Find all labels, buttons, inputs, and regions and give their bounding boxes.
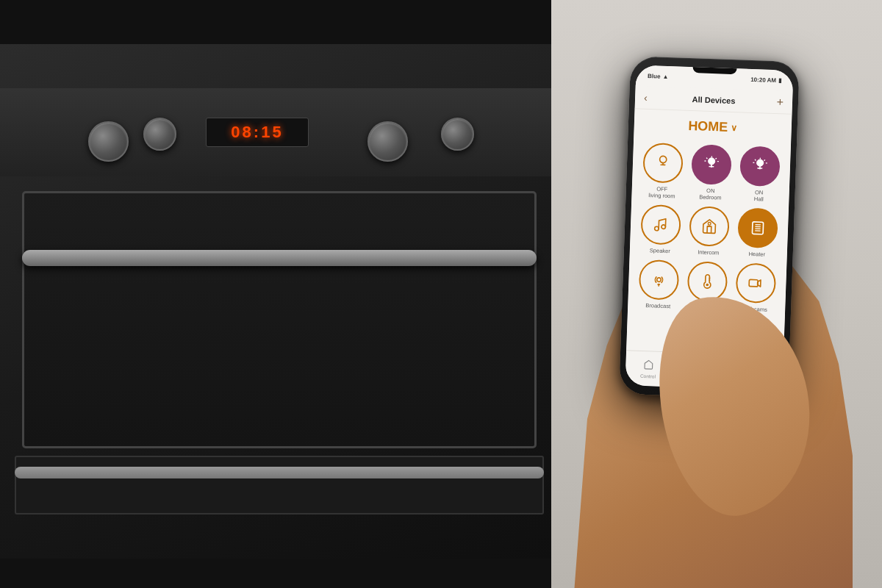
svg-point-11 [657, 278, 662, 282]
light-on-bedroom-icon [703, 154, 720, 175]
control-nav-icon [643, 359, 654, 371]
battery-icon: ▮ [778, 77, 781, 84]
device-icon-heater [737, 207, 778, 248]
svg-point-3 [655, 226, 659, 231]
home-section-title[interactable]: HOME ∨ [639, 117, 786, 137]
add-button[interactable]: + [776, 96, 784, 109]
home-label: HOME [688, 118, 728, 135]
back-button[interactable]: ‹ [644, 91, 648, 103]
app-header-title: All Devices [692, 95, 736, 105]
light-off-icon [655, 153, 672, 173]
light-on-hall-icon [751, 156, 768, 176]
oven-display: 08:15 [206, 118, 309, 147]
svg-point-2 [756, 159, 763, 165]
home-chevron-icon: ∨ [731, 122, 737, 132]
device-item-broadcast[interactable]: Broadcast [637, 259, 681, 317]
svg-rect-16 [749, 279, 758, 287]
device-icon-hall [739, 146, 781, 187]
device-icon-speaker [640, 204, 681, 245]
time-display: 10:20 AM [750, 76, 776, 83]
device-label-bedroom: ONBedroom [699, 187, 722, 201]
device-label-living-room: OFFliving room [648, 185, 675, 199]
device-icon-thermostat [687, 261, 728, 302]
device-item-heater[interactable]: Heater [736, 207, 780, 258]
svg-point-5 [708, 222, 711, 225]
device-label-broadcast: Broadcast [645, 302, 670, 309]
oven-knob-4 [441, 118, 474, 151]
oven-drawer-handle [15, 467, 544, 478]
svg-point-0 [659, 156, 666, 162]
device-label-speaker: Speaker [650, 247, 670, 254]
device-item-speaker[interactable]: Speaker [639, 204, 683, 255]
device-label-hall: ONHall [754, 189, 764, 202]
svg-point-13 [706, 284, 709, 287]
device-icon-broadcast [639, 259, 680, 301]
status-bar-right: 10:20 AM ▮ [750, 76, 781, 83]
device-item-intercom[interactable]: Intercom [687, 206, 731, 257]
device-grid: OFFliving room [634, 143, 785, 320]
oven-door-handle [22, 250, 537, 266]
device-label-intercom: Intercom [698, 248, 719, 256]
svg-point-4 [662, 225, 666, 229]
oven-knob-3 [143, 118, 176, 151]
svg-point-1 [708, 157, 714, 164]
oven-door [22, 191, 537, 448]
device-item-light-bedroom[interactable]: ONBedroom [689, 144, 734, 201]
oven-drawer [15, 456, 544, 514]
device-icon-living-room [642, 143, 684, 184]
device-icon-webcams [735, 262, 776, 304]
wifi-icon: ▲ [662, 73, 668, 79]
nav-label-control: Control [640, 373, 656, 379]
device-icon-bedroom [691, 144, 732, 185]
device-item-light-living-room[interactable]: OFFliving room [640, 143, 685, 200]
status-bar-left: Blue ▲ [648, 72, 669, 79]
svg-rect-6 [752, 222, 763, 234]
oven-knob-2 [368, 121, 408, 162]
nav-item-control[interactable]: Control [640, 359, 656, 379]
oven: 08:15 [0, 44, 559, 559]
oven-knob-1 [88, 121, 129, 162]
device-label-heater: Heater [748, 251, 765, 258]
device-item-light-hall[interactable]: ONHall [737, 146, 782, 203]
device-icon-intercom [689, 206, 730, 247]
carrier-label: Blue [648, 72, 661, 79]
